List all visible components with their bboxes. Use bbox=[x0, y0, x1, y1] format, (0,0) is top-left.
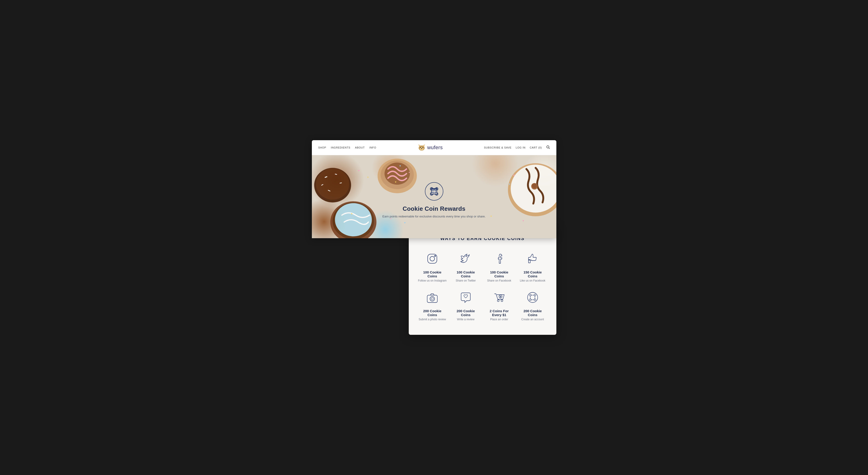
svg-point-57 bbox=[497, 300, 499, 302]
browser-card: SHOP INGREDIENTS ABOUT INFO bbox=[312, 140, 556, 238]
cookie-deco-blue bbox=[326, 192, 376, 238]
brand-logo[interactable]: wufers bbox=[417, 144, 443, 152]
svg-point-56 bbox=[431, 298, 433, 300]
twitter-icon bbox=[459, 252, 473, 266]
photo-review-action: Submit a photo review bbox=[418, 318, 446, 321]
reward-place-order[interactable]: 2 Coins For Every $1 Place an order bbox=[485, 289, 514, 321]
twitter-coins: 100 Cookie Coins bbox=[452, 270, 480, 278]
hero-coin-icon bbox=[425, 182, 443, 200]
instagram-icon bbox=[425, 252, 439, 266]
svg-line-12 bbox=[549, 148, 550, 149]
svg-point-26 bbox=[532, 183, 537, 188]
facebook-share-action: Share on Facebook bbox=[487, 279, 512, 282]
svg-point-10 bbox=[421, 148, 422, 149]
nav-shop[interactable]: SHOP bbox=[318, 146, 327, 149]
nav-ingredients[interactable]: INGREDIENTS bbox=[331, 146, 350, 149]
facebook-icon bbox=[492, 252, 506, 266]
svg-point-6 bbox=[420, 147, 421, 148]
svg-point-11 bbox=[547, 146, 549, 148]
photo-review-coins: 200 Cookie Coins bbox=[418, 309, 447, 317]
sprinkle-heart-6: ♥ bbox=[513, 173, 515, 177]
svg-point-59 bbox=[499, 295, 502, 298]
nav-about[interactable]: ABOUT bbox=[355, 146, 365, 149]
bone-icon-clean bbox=[429, 186, 439, 196]
camera-icon bbox=[425, 290, 439, 304]
reward-facebook-share[interactable]: 100 Cookie Coins Share on Facebook bbox=[485, 250, 514, 282]
instagram-action: Follow us on Instagram bbox=[418, 279, 446, 282]
svg-point-60 bbox=[500, 296, 500, 296]
nav-right: SUBSCRIBE & SAVE LOG IN CART (0) bbox=[484, 145, 550, 150]
brand-name: wufers bbox=[427, 145, 443, 151]
write-review-coins: 200 Cookie Coins bbox=[452, 309, 480, 317]
nav-subscribe[interactable]: SUBSCRIBE & SAVE bbox=[484, 146, 512, 149]
heart-chat-icon-container bbox=[457, 289, 474, 306]
twitter-icon-container bbox=[457, 250, 474, 267]
cart-icon bbox=[492, 290, 506, 304]
thumbsup-icon-container bbox=[524, 250, 541, 267]
facebook-share-coins: 100 Cookie Coins bbox=[485, 270, 514, 278]
main-nav: SHOP INGREDIENTS ABOUT INFO bbox=[312, 140, 556, 155]
cart-icon-container bbox=[491, 289, 507, 306]
write-review-action: Write a review bbox=[457, 318, 474, 321]
sprinkle-heart-3: ♥ bbox=[400, 164, 401, 167]
svg-point-7 bbox=[422, 147, 423, 148]
sprinkle-heart-4: ♥ bbox=[409, 171, 410, 173]
reward-instagram[interactable]: 100 Cookie Coins Follow us on Instagram bbox=[418, 250, 447, 282]
instagram-coins: 100 Cookie Coins bbox=[418, 270, 447, 278]
reward-write-review[interactable]: 200 Cookie Coins Write a review bbox=[452, 289, 480, 321]
nav-cart[interactable]: CART (0) bbox=[530, 146, 542, 149]
svg-point-58 bbox=[501, 300, 503, 302]
hero-subtitle: Earn points redeemable for exclusive dis… bbox=[382, 215, 486, 218]
hero-title: Cookie Coin Rewards bbox=[382, 205, 486, 212]
search-icon[interactable] bbox=[546, 145, 550, 150]
place-order-coins: 2 Coins For Every $1 bbox=[485, 309, 514, 317]
corgi-icon bbox=[417, 144, 426, 152]
svg-rect-54 bbox=[427, 295, 437, 303]
twitter-action: Share on Twitter bbox=[456, 279, 476, 282]
sprinkle-heart-8: ♥ bbox=[351, 212, 353, 215]
rewards-grid: 100 Cookie Coins Follow us on Instagram … bbox=[418, 250, 547, 321]
sprinkle-heart-12: ♥ bbox=[523, 219, 524, 222]
svg-point-55 bbox=[430, 296, 435, 301]
rewards-card: WAYS TO EARN COOKIE COINS 100 Cookie Coi… bbox=[409, 224, 556, 335]
thumbsup-icon bbox=[526, 252, 539, 266]
svg-point-63 bbox=[528, 292, 538, 303]
create-account-coins: 200 Cookie Coins bbox=[518, 309, 547, 317]
svg-point-61 bbox=[501, 296, 501, 297]
instagram-icon-container bbox=[424, 250, 441, 267]
svg-point-52 bbox=[435, 255, 436, 257]
page-wrapper: SHOP INGREDIENTS ABOUT INFO bbox=[312, 140, 556, 335]
nav-left: SHOP INGREDIENTS ABOUT INFO bbox=[318, 146, 376, 149]
nav-info[interactable]: INFO bbox=[369, 146, 376, 149]
facebook-icon-container bbox=[491, 250, 507, 267]
cookie-coin-icon-container bbox=[524, 289, 541, 306]
hero-content: Cookie Coin Rewards Earn points redeemab… bbox=[382, 175, 486, 218]
sprinkle-heart-10: ♥ bbox=[404, 221, 406, 224]
svg-point-62 bbox=[500, 297, 500, 297]
reward-facebook-like[interactable]: 150 Cookie Coins Like us on Facebook bbox=[518, 250, 547, 282]
facebook-like-coins: 150 Cookie Coins bbox=[518, 270, 547, 278]
camera-icon-container bbox=[424, 289, 441, 306]
cookie-coin-icon bbox=[526, 290, 539, 304]
svg-point-51 bbox=[430, 256, 435, 261]
reward-twitter[interactable]: 100 Cookie Coins Share on Twitter bbox=[452, 250, 480, 282]
reward-photo-review[interactable]: 200 Cookie Coins Submit a photo review bbox=[418, 289, 447, 321]
place-order-action: Place an order bbox=[490, 318, 508, 321]
create-account-action: Create an account bbox=[521, 318, 544, 321]
cookie-deco-white bbox=[494, 155, 556, 220]
nav-login[interactable]: LOG IN bbox=[516, 146, 526, 149]
reward-create-account[interactable]: 200 Cookie Coins Create an account bbox=[518, 289, 547, 321]
facebook-like-action: Like us on Facebook bbox=[520, 279, 546, 282]
svg-point-8 bbox=[421, 147, 421, 148]
heart-chat-icon bbox=[459, 290, 473, 304]
hero-section: ♥ ♥ ♥ ♥ ♥ ♥ ♥ ♥ ♥ ♥ ♥ ♥ bbox=[312, 155, 556, 238]
